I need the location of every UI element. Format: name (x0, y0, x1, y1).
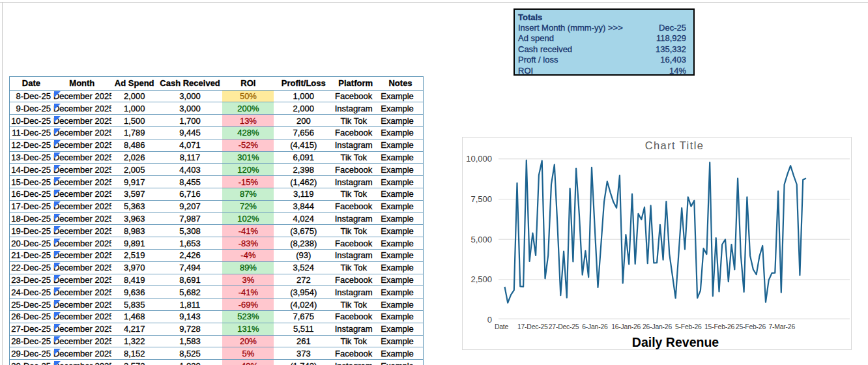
svg-text:6-Jan-26: 6-Jan-26 (582, 323, 608, 330)
svg-text:16-Jan-26: 16-Jan-26 (611, 323, 641, 330)
svg-text:Daily Revenue: Daily Revenue (632, 335, 719, 349)
svg-text:Chart Title: Chart Title (645, 139, 704, 151)
svg-text:26-Jan-26: 26-Jan-26 (643, 323, 672, 330)
svg-text:7-Mar-26: 7-Mar-26 (768, 323, 795, 330)
svg-text:10,000: 10,000 (466, 154, 492, 164)
svg-text:5,000: 5,000 (470, 235, 492, 244)
svg-text:25-Feb-26: 25-Feb-26 (736, 323, 766, 330)
svg-text:Date: Date (495, 323, 509, 330)
svg-text:17-Dec-25: 17-Dec-25 (517, 323, 548, 330)
svg-text:5-Feb-26: 5-Feb-26 (675, 323, 702, 330)
svg-text:7,500: 7,500 (470, 194, 492, 204)
svg-text:27-Dec-25: 27-Dec-25 (549, 323, 579, 330)
svg-text:0: 0 (487, 315, 492, 325)
svg-text:15-Feb-26: 15-Feb-26 (704, 323, 735, 330)
svg-text:2,500: 2,500 (470, 274, 492, 284)
